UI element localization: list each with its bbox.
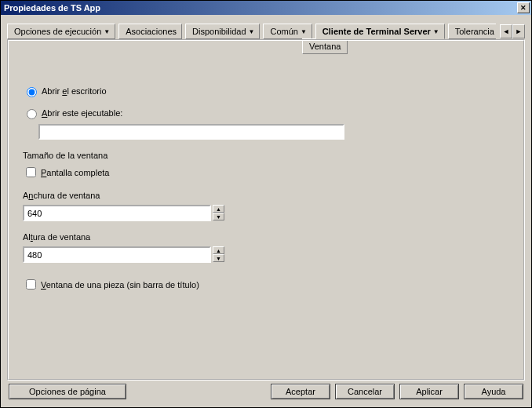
- button-bar: Opciones de página Aceptar Cancelar Apli…: [7, 381, 525, 401]
- height-input[interactable]: [23, 246, 211, 263]
- chevron-down-icon: ▼: [433, 29, 439, 35]
- tab-associations[interactable]: Asociaciones: [118, 24, 182, 39]
- radio-open-exec[interactable]: [27, 109, 37, 119]
- window-frame: Propiedades de TS App ✕ Opciones de ejec…: [0, 0, 532, 408]
- tab-label: Tolerancia: [455, 26, 494, 37]
- fullscreen-checkbox[interactable]: [26, 167, 36, 177]
- tab-availability[interactable]: Disponibilidad ▼: [185, 24, 260, 39]
- tab-run-options[interactable]: Opciones de ejecución ▼: [7, 24, 115, 39]
- radio-open-desktop[interactable]: [27, 87, 37, 97]
- width-input[interactable]: [23, 205, 211, 221]
- page-options-button[interactable]: Opciones de página: [9, 384, 126, 399]
- tab-label: Cliente de Terminal Server: [322, 26, 431, 37]
- tab-scroll-left-button[interactable]: ◄: [500, 24, 512, 38]
- height-spinner: ▲ ▼: [23, 246, 224, 263]
- tab-tolerance[interactable]: Tolerancia: [448, 24, 496, 39]
- chevron-down-icon: ▼: [249, 29, 255, 35]
- width-spinner: ▲ ▼: [23, 205, 224, 221]
- radio-open-exec-label: Abrir este ejecutable:: [42, 108, 122, 118]
- help-button[interactable]: Ayuda: [464, 384, 523, 399]
- titlebar[interactable]: Propiedades de TS App ✕: [1, 1, 531, 15]
- tab-common[interactable]: Común ▼: [263, 24, 312, 39]
- tab-label: Opciones de ejecución: [14, 26, 101, 37]
- apply-button[interactable]: Aplicar: [399, 384, 459, 399]
- window-size-label: Tamaño de la ventana: [23, 151, 509, 160]
- fullscreen-label: Pantalla completa: [41, 168, 109, 177]
- window-title: Propiedades de TS App: [4, 3, 516, 13]
- cancel-button[interactable]: Cancelar: [335, 384, 395, 399]
- seamless-checkbox[interactable]: [26, 279, 36, 290]
- seamless-label: Ventana de una pieza (sin barra de títul…: [41, 280, 199, 290]
- width-down-button[interactable]: ▼: [213, 213, 224, 220]
- height-up-button[interactable]: ▲: [213, 246, 224, 254]
- tab-terminal-client[interactable]: Cliente de Terminal Server ▼: [315, 24, 445, 39]
- width-label: Anchura de ventana: [23, 191, 509, 200]
- tab-scroll-controls: ◄ ►: [500, 24, 525, 38]
- chevron-down-icon: ▼: [301, 29, 307, 35]
- radio-open-desktop-label: Abrir el escritorio: [42, 86, 107, 96]
- client-area: Opciones de ejecución ▼ Asociaciones Dis…: [1, 15, 531, 407]
- tab-scroll-right-button[interactable]: ►: [512, 24, 525, 38]
- height-down-button[interactable]: ▼: [213, 254, 224, 262]
- ok-button[interactable]: Aceptar: [271, 384, 330, 399]
- chevron-down-icon: ▼: [104, 29, 110, 35]
- height-label: Altura de ventana: [23, 232, 509, 242]
- exec-path-input[interactable]: [38, 124, 344, 140]
- width-up-button[interactable]: ▲: [213, 205, 224, 213]
- tab-label: Común: [270, 26, 297, 37]
- tab-label: Asociaciones: [126, 26, 177, 37]
- tab-panel: Abrir el escritorio Abrir este ejecutabl…: [7, 39, 525, 381]
- close-icon[interactable]: ✕: [517, 2, 530, 13]
- tabstrip: Opciones de ejecución ▼ Asociaciones Dis…: [7, 23, 525, 40]
- tab-label: Disponibilidad: [192, 26, 246, 37]
